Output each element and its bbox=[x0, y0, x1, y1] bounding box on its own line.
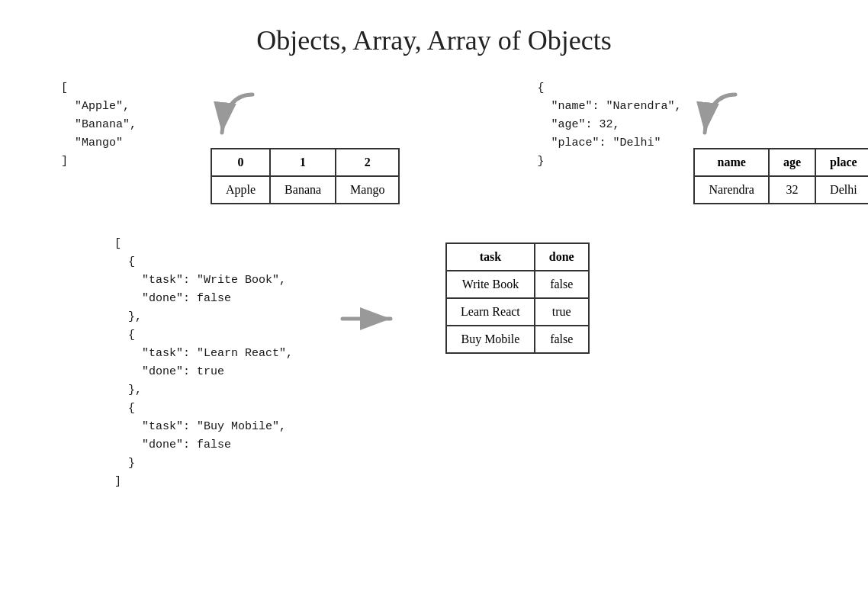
section1-arrow-table: 0 1 2 Apple Banana Mango bbox=[211, 79, 400, 204]
table-header-name: name bbox=[694, 149, 769, 176]
table-row-narendra: Narendra 32 Delhi bbox=[694, 176, 868, 204]
table-row-learnreact: Learn React true bbox=[446, 298, 589, 326]
straight-arrow bbox=[339, 304, 400, 334]
table-cell-true: true bbox=[535, 298, 589, 326]
page-title: Objects, Array, Array of Objects bbox=[0, 0, 868, 79]
table-object: name age place Narendra 32 Delhi bbox=[693, 148, 868, 204]
table-cell-buymobile: Buy Mobile bbox=[446, 326, 535, 353]
section3-table-container: task done Write Book false Learn React t… bbox=[445, 242, 590, 354]
table-array: 0 1 2 Apple Banana Mango bbox=[211, 148, 400, 204]
table-header-2: 2 bbox=[336, 149, 399, 176]
curved-arrow-2 bbox=[693, 87, 747, 148]
curved-arrow-1 bbox=[211, 87, 264, 148]
table-cell-mango: Mango bbox=[336, 176, 399, 204]
table-cell-32: 32 bbox=[769, 176, 815, 204]
section2-arrow-table: name age place Narendra 32 Delhi bbox=[693, 79, 868, 204]
code-block-object: { "name": "Narendra", "age": 32, "place"… bbox=[537, 79, 681, 171]
table-cell-writebook: Write Book bbox=[446, 271, 535, 298]
table-header-place: place bbox=[815, 149, 868, 176]
section3-left: [ { "task": "Write Book", "done": false … bbox=[114, 235, 293, 491]
table-header-done: done bbox=[535, 243, 589, 271]
table-header-age: age bbox=[769, 149, 815, 176]
code-block-array-objects: [ { "task": "Write Book", "done": false … bbox=[114, 235, 293, 491]
code-block-array: [ "Apple", "Banana", "Mango" ] bbox=[61, 79, 198, 171]
main-content: [ "Apple", "Banana", "Mango" ] 0 bbox=[0, 79, 868, 491]
table-cell-learnreact: Learn React bbox=[446, 298, 535, 326]
section-array: [ "Apple", "Banana", "Mango" ] 0 bbox=[61, 79, 400, 204]
section1-left: [ "Apple", "Banana", "Mango" ] bbox=[61, 79, 198, 171]
table-row-writebook: Write Book false bbox=[446, 271, 589, 298]
table-header-1: 1 bbox=[270, 149, 336, 176]
table-cell-narendra: Narendra bbox=[694, 176, 769, 204]
table-header-task: task bbox=[446, 243, 535, 271]
table-header-0: 0 bbox=[211, 149, 270, 176]
table-row-buymobile: Buy Mobile false bbox=[446, 326, 589, 353]
top-row: [ "Apple", "Banana", "Mango" ] 0 bbox=[23, 79, 845, 204]
section-object: { "name": "Narendra", "age": 32, "place"… bbox=[537, 79, 868, 204]
bottom-row: [ { "task": "Write Book", "done": false … bbox=[23, 235, 845, 491]
section2-left: { "name": "Narendra", "age": 32, "place"… bbox=[537, 79, 681, 171]
table-cell-delhi: Delhi bbox=[815, 176, 868, 204]
table-array-objects: task done Write Book false Learn React t… bbox=[445, 242, 590, 354]
arrow-right-container bbox=[339, 304, 400, 334]
table-cell-false2: false bbox=[535, 326, 589, 353]
table-cell-banana: Banana bbox=[270, 176, 336, 204]
table-cell-apple: Apple bbox=[211, 176, 270, 204]
table-cell-false1: false bbox=[535, 271, 589, 298]
table-row: Apple Banana Mango bbox=[211, 176, 399, 204]
